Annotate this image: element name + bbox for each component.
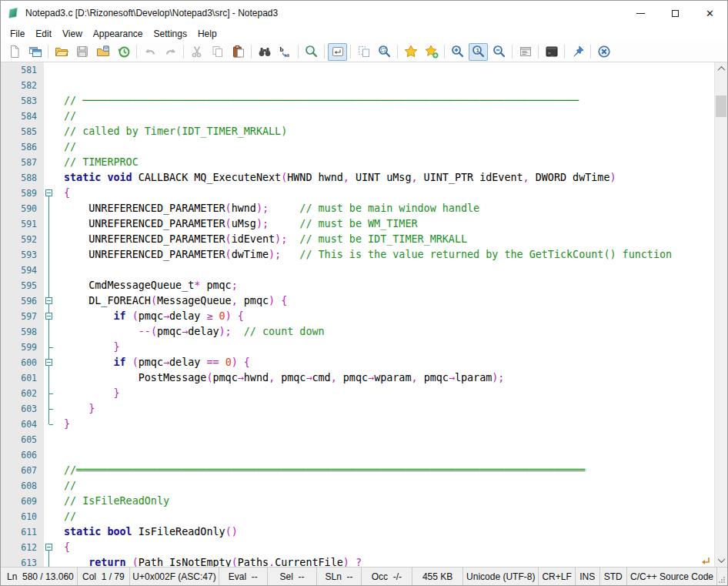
line-number[interactable]: 606 xyxy=(1,447,44,463)
fold-margin[interactable] xyxy=(44,309,55,324)
line-number[interactable]: 612 xyxy=(1,540,44,555)
code-text[interactable]: // xyxy=(55,139,714,155)
favorites-button[interactable] xyxy=(401,43,420,61)
line-number[interactable]: 605 xyxy=(1,432,44,447)
line-number[interactable]: 600 xyxy=(1,355,44,370)
code-text[interactable]: CmdMessageQueue_t* pmqc; xyxy=(55,278,714,293)
pin-on-top-button[interactable] xyxy=(568,43,587,61)
code-text[interactable]: } xyxy=(55,401,714,417)
word-wrap-button[interactable] xyxy=(328,43,347,61)
line-number[interactable]: 591 xyxy=(1,216,44,232)
zoom-in-button[interactable] xyxy=(448,43,467,61)
code-text[interactable] xyxy=(55,263,714,278)
fold-collapse-icon[interactable] xyxy=(45,313,52,320)
maximize-button[interactable] xyxy=(658,1,693,25)
code-text[interactable]: static bool IsFileReadOnly() xyxy=(55,524,714,540)
fold-margin[interactable] xyxy=(44,293,55,309)
status-eval[interactable]: Eval -- xyxy=(219,568,268,585)
new-file-button[interactable] xyxy=(5,43,24,61)
status-selection[interactable]: Sel -- xyxy=(268,568,318,585)
line-number[interactable]: 595 xyxy=(1,278,44,293)
zoom-reset-button[interactable]: 1 xyxy=(469,43,488,61)
line-number[interactable]: 598 xyxy=(1,324,44,340)
status-occurrences[interactable]: Occ -/- xyxy=(362,568,412,585)
settings-scheme-button[interactable] xyxy=(516,43,535,61)
save-as-button[interactable] xyxy=(93,43,112,61)
line-number[interactable]: 590 xyxy=(1,201,44,216)
code-text[interactable]: if (pmqc→delay == 0) { xyxy=(55,355,714,370)
line-number[interactable]: 609 xyxy=(1,494,44,509)
code-text[interactable] xyxy=(55,447,714,463)
console-button[interactable]: >_ xyxy=(542,43,561,61)
status-insert-mode[interactable]: INS xyxy=(576,568,600,585)
status-syntax[interactable]: C/C++ Source Code xyxy=(627,568,717,585)
code-text[interactable]: // ─────────────────────────────────────… xyxy=(55,93,714,109)
line-number[interactable]: 596 xyxy=(1,293,44,309)
line-number[interactable]: 608 xyxy=(1,478,44,494)
code-text[interactable]: return (Path_IsNotEmpty(Paths.CurrentFil… xyxy=(55,555,714,567)
code-text[interactable]: // xyxy=(55,509,714,524)
code-text[interactable]: static void CALLBACK MQ_ExecuteNext(HWND… xyxy=(55,170,714,186)
zoom-out-button[interactable] xyxy=(489,43,509,61)
code-text[interactable] xyxy=(55,62,714,78)
redo-button[interactable] xyxy=(161,43,180,61)
code-text[interactable]: } xyxy=(55,340,714,355)
status-selected-lines[interactable]: SLn -- xyxy=(317,568,361,585)
scrollbar-track[interactable] xyxy=(715,75,727,554)
code-text[interactable]: // TIMERPROC xyxy=(55,155,714,170)
line-number[interactable]: 613 xyxy=(1,555,44,567)
status-character[interactable]: U+0x002F (ASC:47) xyxy=(130,568,219,585)
fold-collapse-icon[interactable] xyxy=(45,359,52,366)
exit-button[interactable] xyxy=(594,43,613,61)
status-file-size[interactable]: 455 KB xyxy=(412,568,463,585)
menu-help[interactable]: Help xyxy=(192,27,222,41)
menu-view[interactable]: View xyxy=(57,27,88,41)
code-text[interactable] xyxy=(55,78,714,93)
line-number[interactable]: 594 xyxy=(1,263,44,278)
line-number[interactable]: 583 xyxy=(1,93,44,109)
fold-margin[interactable] xyxy=(44,540,55,555)
code-text[interactable]: --(pmqc→delay); // count down xyxy=(55,324,714,340)
line-number[interactable]: 585 xyxy=(1,124,44,139)
code-text[interactable]: UNREFERENCED_PARAMETER(hwnd); // must be… xyxy=(55,201,714,216)
menu-appearance[interactable]: Appearance xyxy=(88,27,149,41)
code-text[interactable]: } xyxy=(55,417,714,432)
code-text[interactable]: DL_FOREACH(MessageQueue, pmqc) { xyxy=(55,293,714,309)
code-text[interactable]: // xyxy=(55,478,714,494)
line-number[interactable]: 601 xyxy=(1,370,44,386)
paste-button[interactable] xyxy=(229,43,248,61)
fold-collapse-icon[interactable] xyxy=(45,297,52,304)
menu-settings[interactable]: Settings xyxy=(149,27,192,41)
line-number[interactable]: 604 xyxy=(1,417,44,432)
line-number[interactable]: 593 xyxy=(1,247,44,263)
replace-button[interactable]: ba xyxy=(276,43,295,61)
undo-button[interactable] xyxy=(140,43,159,61)
code-text[interactable]: } xyxy=(55,386,714,401)
code-text[interactable] xyxy=(55,432,714,447)
line-number[interactable]: 599 xyxy=(1,340,44,355)
code-text[interactable]: // xyxy=(55,109,714,124)
code-text[interactable]: // IsFileReadOnly xyxy=(55,494,714,509)
menu-edit[interactable]: Edit xyxy=(30,27,57,41)
code-text[interactable]: { xyxy=(55,540,714,555)
line-number[interactable]: 603 xyxy=(1,401,44,417)
zoom-view-button[interactable] xyxy=(302,43,321,61)
save-file-button[interactable] xyxy=(72,43,92,61)
fold-collapse-icon[interactable] xyxy=(45,544,52,551)
status-std-mode[interactable]: STD xyxy=(600,568,627,585)
open-file-button[interactable] xyxy=(52,43,71,61)
cut-button[interactable] xyxy=(187,43,206,61)
fold-collapse-icon[interactable] xyxy=(45,189,52,196)
scroll-down-button[interactable] xyxy=(715,554,727,567)
status-line[interactable]: Ln 580 / 13.060 xyxy=(1,568,78,585)
line-number[interactable]: 587 xyxy=(1,155,44,170)
close-button[interactable]: ✕ xyxy=(693,1,727,25)
line-number[interactable]: 611 xyxy=(1,524,44,540)
code-text[interactable]: UNREFERENCED_PARAMETER(uMsg); // must be… xyxy=(55,216,714,232)
code-text[interactable]: // called by Timer(IDT_TIMER_MRKALL) xyxy=(55,124,714,139)
line-number[interactable]: 607 xyxy=(1,463,44,478)
line-number[interactable]: 589 xyxy=(1,186,44,201)
copy-selection-button[interactable] xyxy=(354,43,373,61)
line-number[interactable]: 588 xyxy=(1,170,44,186)
code-text[interactable]: UNREFERENCED_PARAMETER(idEvent); // must… xyxy=(55,232,714,247)
